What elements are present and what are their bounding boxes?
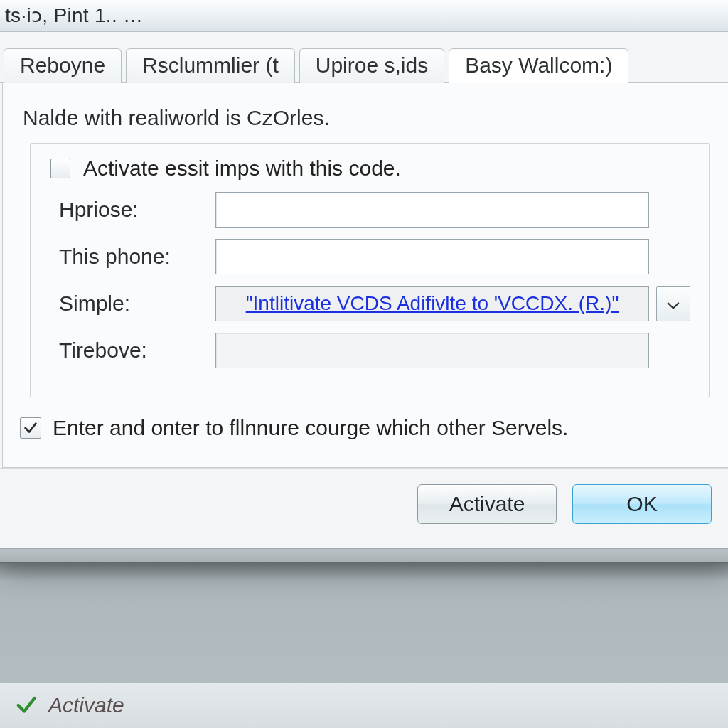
tab-basy-wallcom[interactable]: Basy Wallcom:) [449,48,628,83]
client-area: Reboyne Rsclummlier (t Upiroe s,ids Basy… [0,32,728,562]
tab-rsclummlier[interactable]: Rsclummlier (t [126,48,295,83]
label-simple: Simple: [59,291,208,316]
simple-link-box[interactable]: "Intlitivate VCDS Adifivlte to 'VCCDX. (… [215,286,649,321]
row-this-phone: This phone: [59,239,695,274]
row-hpriose: Hpriose: [59,192,695,228]
check-icon [14,693,38,717]
activate-checkbox-row[interactable]: Activate essit imps with this code. [50,156,695,181]
lower-checkbox-row[interactable]: Enter and onter to fllnnure courge which… [20,416,711,440]
tab-panel: Nalde with realiworld is CzOrles. Activa… [2,83,728,468]
row-tirebove: Tirebove: [59,333,695,368]
window-border-bottom [0,548,728,562]
tab-upiroe[interactable]: Upiroe s,ids [299,48,444,83]
window-title: ts·iɔ, Pint 1.. … [5,4,143,27]
activate-checkbox-label: Activate essit imps with this code. [83,156,401,181]
lower-checkbox-label: Enter and onter to fllnnure courge which… [53,416,568,440]
title-bar: ts·iɔ, Pint 1.. … [0,0,728,32]
label-tirebove: Tirebove: [59,338,208,363]
intro-text: Nalde with realiworld is CzOrles. [23,106,708,130]
tab-reboyne[interactable]: Reboyne [4,48,122,83]
tab-strip: Reboyne Rsclummlier (t Upiroe s,ids Basy… [0,32,728,83]
dialog-window: ts·iɔ, Pint 1.. … Reboyne Rsclummlier (t… [0,0,728,563]
ok-button[interactable]: OK [572,484,712,524]
window-drop-shadow [0,562,728,581]
activate-button[interactable]: Activate [417,484,557,524]
background-status-label: Activate [48,693,124,717]
input-tirebove [215,333,649,368]
simple-link[interactable]: "Intlitivate VCDS Adifivlte to 'VCCDX. (… [246,292,619,315]
group-box: Activate essit imps with this code. Hpri… [30,143,710,397]
simple-dropdown-button[interactable] [656,286,690,321]
input-this-phone[interactable] [215,239,649,274]
row-simple: Simple: "Intlitivate VCDS Adifivlte to '… [59,286,695,321]
input-hpriose[interactable] [215,192,649,228]
label-hpriose: Hpriose: [59,198,208,222]
label-this-phone: This phone: [59,245,208,269]
chevron-down-icon [667,293,680,315]
background-status-row: Activate [0,682,728,728]
button-row: Activate OK [0,468,728,548]
checkbox-icon[interactable] [50,159,70,178]
checkbox-checked-icon[interactable] [20,417,41,439]
